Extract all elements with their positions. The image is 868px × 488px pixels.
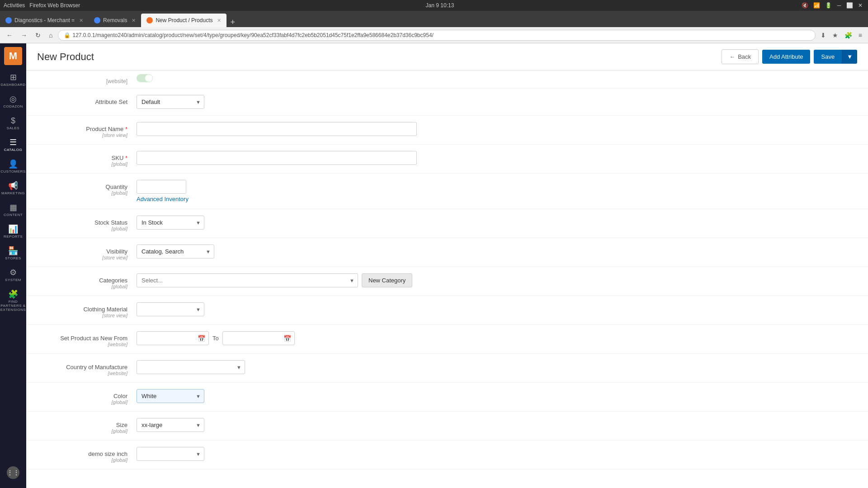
sales-icon: $ (11, 117, 15, 125)
sidebar-item-content[interactable]: ▦ CONTENT (2, 200, 24, 221)
categories-row: Categories [global] ▼ New Category (26, 267, 868, 296)
website-toggle[interactable] (137, 74, 153, 82)
add-attribute-button[interactable]: Add Attribute (762, 50, 810, 64)
attribute-set-control: Default ▼ (137, 95, 857, 109)
product-name-input[interactable] (137, 122, 417, 136)
extensions-button[interactable]: 🧩 (842, 30, 854, 40)
back-button-label: Back (738, 53, 751, 60)
sidebar-item-reports[interactable]: 📊 REPORTS (2, 221, 24, 242)
sidebar-item-dashboard[interactable]: ⊞ DASHBOARD (2, 70, 24, 90)
sidebar-item-customers[interactable]: 👤 CUSTOMERS (2, 156, 24, 177)
quantity-input[interactable] (137, 180, 186, 194)
codazon-icon: ◎ (9, 95, 17, 103)
sku-row: SKU * [global] (26, 145, 868, 174)
attribute-set-label: Attribute Set (37, 95, 137, 105)
color-select-wrap: White Black Red Blue Green ▼ (137, 389, 204, 403)
stock-status-label: Stock Status [global] (37, 216, 137, 231)
set-product-new-control: 📅 To 📅 (137, 331, 857, 345)
visibility-select[interactable]: Catalog Search Catalog, Search Not Visib… (137, 244, 214, 258)
back-nav-button[interactable]: ← (4, 30, 15, 41)
content-icon: ▦ (9, 203, 17, 211)
sidebar-item-marketing[interactable]: 📢 MARKETING (2, 178, 24, 199)
stock-status-select[interactable]: In Stock Out of Stock (137, 216, 204, 230)
reload-button[interactable]: ↻ (33, 30, 43, 41)
categories-input[interactable] (137, 273, 358, 287)
forward-nav-button[interactable]: → (18, 30, 30, 41)
demo-size-inch-label-text: demo size inch (88, 450, 127, 457)
quantity-control: Advanced Inventory (137, 180, 857, 202)
tab-new-product[interactable]: New Product / Products ✕ (141, 14, 226, 27)
url-text: 127.0.0.1/magento240/admin/catalog/produ… (72, 32, 433, 38)
attribute-set-select-wrap: Default ▼ (137, 95, 204, 109)
visibility-select-wrap: Catalog Search Catalog, Search Not Visib… (137, 244, 214, 258)
demo-size-inch-label: demo size inch [global] (37, 447, 137, 463)
browser-tabs-bar: Diagnostics - Merchant = ✕ Removals ✕ Ne… (0, 11, 868, 27)
stock-status-select-wrap: In Stock Out of Stock ▼ (137, 216, 204, 230)
menu-button[interactable]: ≡ (856, 30, 864, 40)
website-scope-label: [website] (37, 74, 137, 84)
apps-grid-button[interactable]: ⋮⋮ (7, 466, 19, 479)
color-select[interactable]: White Black Red Blue Green (137, 389, 204, 403)
sidebar-item-extensions[interactable]: 🧩 FIND PARTNERS & EXTENSIONS (2, 286, 24, 315)
tab-new-product-icon (146, 17, 153, 23)
color-scope: [global] (37, 399, 127, 405)
browser-navbar: ← → ↻ ⌂ 🔒 127.0.0.1/magento240/admin/cat… (0, 27, 868, 43)
set-product-new-label: Set Product as New From [website] (37, 331, 137, 347)
tab-diagnostics-close[interactable]: ✕ (79, 18, 83, 23)
sidebar-item-sales[interactable]: $ SALES (2, 113, 24, 134)
tab-diagnostics-icon (5, 17, 12, 23)
window-controls[interactable]: 🔇 📶 🔋 ─ ⬜ ✕ (800, 2, 864, 9)
tab-diagnostics[interactable]: Diagnostics - Merchant = ✕ (0, 14, 89, 27)
tab-new-product-label: New Product / Products (156, 17, 212, 23)
date-range-row: 📅 To 📅 (137, 331, 857, 345)
sidebar-item-catalog[interactable]: ☰ CATALOG (2, 135, 24, 155)
url-bar[interactable]: 🔒 127.0.0.1/magento240/admin/catalog/pro… (58, 30, 815, 41)
categories-input-row: ▼ New Category (137, 273, 857, 287)
activities-label[interactable]: Activities (4, 2, 25, 9)
tab-removals-close[interactable]: ✕ (132, 18, 136, 23)
tab-removals[interactable]: Removals ✕ (89, 14, 141, 27)
tab-removals-icon (94, 17, 100, 23)
product-name-control (137, 122, 857, 136)
demo-size-inch-control: ▼ (137, 447, 857, 461)
sku-label: SKU * [global] (37, 151, 137, 167)
back-arrow-icon: ← (729, 53, 735, 60)
country-manufacture-row: Country of Manufacture [website] ▼ (26, 354, 868, 383)
back-button[interactable]: ← Back (722, 49, 759, 64)
sidebar-item-extensions-label: FIND PARTNERS & EXTENSIONS (0, 300, 26, 312)
new-tab-button[interactable]: + (226, 18, 239, 27)
demo-size-inch-select[interactable] (137, 447, 204, 461)
clothing-material-label: Clothing Material [store view] (37, 302, 137, 318)
clock: Jan 9 10:13 (426, 2, 454, 9)
categories-label: Categories [global] (37, 273, 137, 289)
downloads-button[interactable]: ⬇ (818, 30, 828, 40)
sku-required: * (125, 155, 127, 161)
bookmarks-button[interactable]: ★ (830, 30, 840, 40)
sidebar-item-customers-label: CUSTOMERS (0, 169, 25, 174)
sidebar-item-system[interactable]: ⚙ SYSTEM (2, 265, 24, 286)
set-product-new-label-text: Set Product as New From (60, 335, 127, 342)
country-manufacture-select[interactable] (137, 360, 245, 374)
sku-input[interactable] (137, 151, 417, 165)
visibility-label: Visibility [store view] (37, 244, 137, 260)
clothing-material-row: Clothing Material [store view] ▼ (26, 296, 868, 325)
calendar-from-icon[interactable]: 📅 (198, 335, 205, 342)
sidebar-item-stores[interactable]: 🏪 STORES (2, 243, 24, 264)
tab-new-product-close[interactable]: ✕ (217, 18, 221, 23)
quantity-scope: [global] (37, 190, 127, 196)
sidebar-item-codazon[interactable]: ◎ CODAZON (2, 91, 24, 112)
advanced-inventory-link[interactable]: Advanced Inventory (137, 196, 857, 202)
new-category-button[interactable]: New Category (362, 273, 412, 287)
attribute-set-select[interactable]: Default (137, 95, 204, 109)
save-button[interactable]: Save (814, 50, 842, 64)
categories-control: ▼ New Category (137, 273, 857, 287)
save-dropdown-button[interactable]: ▼ (842, 50, 857, 64)
home-button[interactable]: ⌂ (46, 30, 55, 41)
size-select-wrap: xx-large x-large large medium small ▼ (137, 418, 204, 432)
categories-scope: [global] (37, 284, 127, 289)
save-button-group: Save ▼ (814, 50, 857, 64)
clothing-material-select[interactable] (137, 302, 204, 316)
firefox-label: Firefox Web Browser (29, 2, 80, 9)
size-select[interactable]: xx-large x-large large medium small (137, 418, 204, 432)
calendar-to-icon[interactable]: 📅 (283, 335, 291, 342)
